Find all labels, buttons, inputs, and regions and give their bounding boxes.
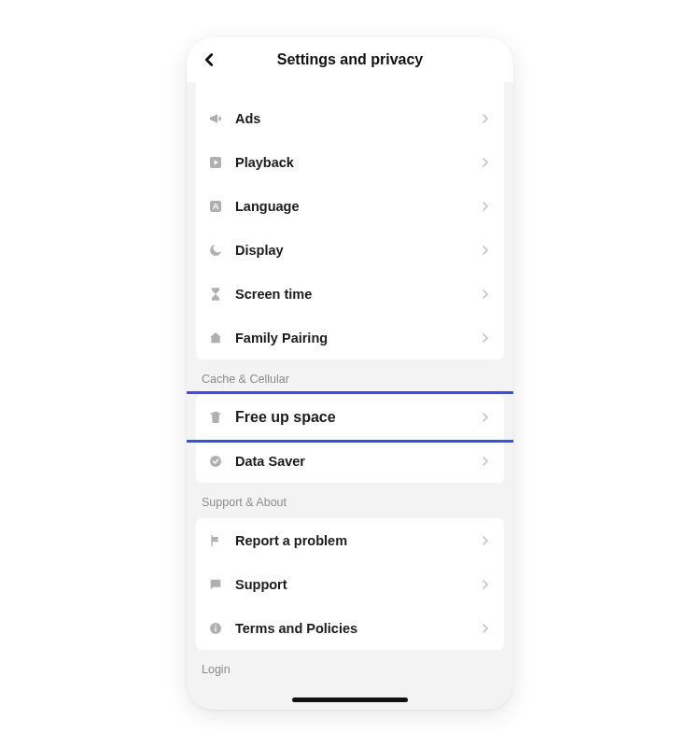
setting-report-problem[interactable]: Report a problem [196,518,504,562]
setting-ads[interactable]: Ads [196,96,504,140]
setting-label: Data Saver [235,454,478,469]
chat-icon [207,576,224,593]
setting-label: Screen time [235,287,478,302]
info-icon [207,620,224,637]
flag-icon [207,532,224,549]
setting-display[interactable]: Display [196,228,504,272]
data-saver-icon [207,453,224,470]
header: Settings and privacy [187,37,513,82]
setting-label: Report a problem [235,533,478,548]
setting-free-up-space[interactable]: Free up space [196,395,504,439]
chevron-right-icon [478,331,493,345]
svg-text:A: A [213,202,219,211]
chevron-right-icon [478,199,493,214]
section-header-cache: Cache & Cellular [187,359,513,395]
content: Content preferences Ads [187,82,513,685]
chevron-right-icon [478,111,493,126]
chevron-right-icon [478,243,493,258]
chevron-right-icon [478,533,493,548]
sliders-icon [207,82,224,83]
setting-data-saver[interactable]: Data Saver [196,439,504,483]
home-indicator[interactable] [292,698,408,702]
language-icon: A [207,198,224,215]
chevron-right-icon [478,410,493,425]
moon-icon [207,242,224,259]
chevron-right-icon [478,621,493,636]
settings-group-cache: Free up space Data Saver [196,395,504,483]
home-icon [207,330,224,346]
megaphone-icon [207,110,224,127]
settings-group-support: Report a problem Support [196,518,504,650]
page-title: Settings and privacy [277,51,424,68]
setting-language[interactable]: A Language [196,184,504,228]
svg-rect-7 [215,625,216,626]
setting-support[interactable]: Support [196,562,504,606]
chevron-left-icon [199,49,219,70]
setting-screen-time[interactable]: Screen time [196,272,504,316]
setting-label: Family Pairing [235,331,478,345]
svg-point-4 [210,456,221,467]
setting-playback[interactable]: Playback [196,140,504,184]
settings-group-content: Content preferences Ads [196,82,504,359]
trash-icon [207,409,224,426]
setting-label: Free up space [235,409,478,426]
setting-label: Ads [235,111,478,126]
setting-terms-policies[interactable]: Terms and Policies [196,606,504,650]
section-header-login: Login [187,650,513,685]
play-square-icon [207,154,224,171]
setting-label: Playback [235,155,478,170]
phone-frame: Settings and privacy Content preferences [187,37,513,710]
setting-content-preferences[interactable]: Content preferences [196,82,504,96]
chevron-right-icon [478,155,493,170]
chevron-right-icon [478,287,493,302]
section-header-support: Support & About [187,483,513,518]
setting-label: Terms and Policies [235,621,478,636]
hourglass-icon [207,286,224,303]
scroll-area[interactable]: Content preferences Ads [187,82,513,710]
setting-label: Display [235,243,478,258]
chevron-right-icon [478,577,493,592]
setting-label: Language [235,199,478,214]
chevron-right-icon [478,454,493,469]
setting-label: Support [235,577,478,592]
setting-family-pairing[interactable]: Family Pairing [196,316,504,359]
svg-rect-6 [215,627,216,631]
back-button[interactable] [196,47,222,73]
